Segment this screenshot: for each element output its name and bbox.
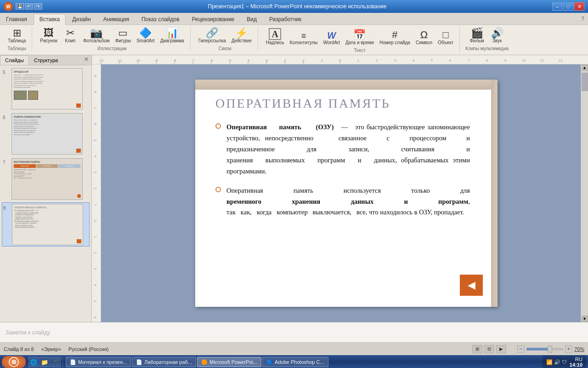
quick-undo-btn[interactable]: ↶ [25, 3, 33, 10]
btn-slidenum[interactable]: # Номер слайда [377, 29, 413, 46]
group-illustrations-label: Иллюстрации [97, 46, 127, 51]
group-links: 🔗 Гиперссылка ⚡ Действие Связи [194, 27, 258, 51]
zoom-level[interactable]: 70% [574, 346, 584, 352]
taskbar-item-lab-label: Лабораторная раб... [144, 359, 192, 365]
slide-num-7: 7 [3, 160, 10, 165]
tray-sound-icon[interactable]: 🔊 [554, 359, 560, 365]
svg-text:3: 3 [93, 268, 97, 270]
tray-network-icon[interactable]: 📶 [546, 359, 553, 365]
notes-placeholder: Заметки к слайду [6, 329, 50, 336]
svg-text:1: 1 [357, 58, 360, 63]
start-button[interactable]: ⊞ [2, 356, 26, 368]
tab-design[interactable]: Дизайн [66, 14, 96, 24]
minimize-button[interactable]: – [552, 2, 562, 11]
btn-action[interactable]: ⚡ Действие [229, 27, 254, 45]
btn-table[interactable]: ⊞ Таблица [6, 27, 28, 45]
svg-text:2: 2 [93, 252, 97, 254]
btn-hyperlink[interactable]: 🔗 Гиперссылка [196, 27, 228, 45]
slide-thumb-8[interactable]: 8 ОПЕРАТИВНАЯ ПАМЯТЬ Оперативная память … [2, 202, 90, 247]
slide-thumb-6[interactable]: 6 ПАМЯТЬ КОМПЬЮТЕРА Память компьютера — … [2, 112, 90, 155]
btn-clip[interactable]: ✂ Клип [61, 27, 80, 45]
v-ruler: 9 8 7 6 5 4 3 2 1 0 1 2 3 4 5 [92, 64, 101, 322]
btn-movie[interactable]: 🎬 Фильм [467, 27, 486, 45]
movie-icon: 🎬 [471, 28, 483, 38]
tray-security-icon[interactable]: 🛡 [562, 359, 567, 365]
slide-preview-8: ОПЕРАТИВНАЯ ПАМЯТЬ Оперативная память (О… [12, 204, 83, 245]
close-button[interactable]: ✕ [574, 2, 584, 11]
zoom-thumb[interactable] [548, 346, 552, 352]
slide-nav-prev-button[interactable]: ◀ [460, 275, 483, 296]
tab-insert[interactable]: Вставка [34, 14, 66, 25]
slide-panel: Слайды Структура ✕ 5 ПРОЦЕССОР Процессор… [0, 55, 92, 322]
tab-home[interactable]: Главная [0, 14, 33, 24]
tray-icons: 📶 🔊 🛡 [546, 359, 567, 365]
svg-text:8: 8 [486, 58, 488, 63]
bullet-text-2: Оперативная память используется только д… [226, 185, 470, 218]
view-normal-btn[interactable]: ⊞ [472, 345, 482, 353]
tab-slideshow[interactable]: Показ слайдов [136, 14, 186, 24]
btn-photoalbum-label: Фотоальбом [83, 38, 110, 43]
notes-area[interactable]: Заметки к слайду [0, 322, 588, 342]
slide-panel-close[interactable]: ✕ [81, 55, 91, 65]
slide-thumb-5[interactable]: 5 ПРОЦЕССОР Процессор — это главный рабо… [2, 67, 90, 110]
ribbon-content: ⊞ Таблица Таблицы 🖼 Рисунок ✂ Клип 📷 Ф [0, 25, 588, 55]
btn-chart[interactable]: 📊 Диаграмма [158, 27, 187, 45]
view-slideshow-btn[interactable]: ▶ [496, 345, 506, 353]
tab-review[interactable]: Рецензирование [186, 14, 241, 24]
btn-action-label: Действие [232, 38, 252, 43]
tab-slides[interactable]: Слайды [0, 55, 29, 65]
taskbar-item-powerpoint[interactable]: 🟠 Microsoft PowerPoi... [197, 357, 261, 367]
quick-save-btn[interactable]: 💾 [16, 3, 24, 10]
slide-canvas-area[interactable]: Оперативная память Оперативная память (О… [101, 64, 581, 322]
v-scrollbar[interactable]: ▲ ▼ [581, 64, 588, 322]
svg-text:9: 9 [504, 58, 507, 63]
header-icon: ≡ [301, 32, 306, 40]
current-slide[interactable]: Оперативная память Оперативная память (О… [195, 80, 498, 307]
scroll-down-btn[interactable]: ▼ [582, 316, 588, 322]
btn-photoalbum[interactable]: 📷 Фотоальбом [81, 27, 112, 45]
slide-num-6: 6 [3, 115, 10, 120]
svg-text:2: 2 [376, 58, 378, 63]
quicklaunch-ie[interactable]: 🌐 [28, 357, 39, 367]
tab-view[interactable]: Вид [241, 14, 263, 24]
btn-datetime[interactable]: 📅 Дата и время [343, 29, 376, 46]
slides-list: 5 ПРОЦЕССОР Процессор — это главный рабо… [0, 65, 91, 322]
workspace: ·12 ·11 ·10 ·9 ·8 ·7 ·6 ·5 ·4 ·3 ·2 ·1 ·… [92, 55, 588, 322]
tray-clock[interactable]: RU 14:10 [570, 356, 582, 368]
svg-text:4: 4 [93, 284, 97, 286]
quick-redo-btn[interactable]: ↷ [34, 3, 42, 10]
tab-structure[interactable]: Структура [29, 55, 63, 65]
tab-animation[interactable]: Анимация [97, 14, 135, 24]
btn-picture[interactable]: 🖼 Рисунок [38, 27, 60, 45]
btn-wordart[interactable]: W WordArt [321, 29, 342, 46]
btn-shapes[interactable]: ▭ Фигуры [113, 27, 133, 45]
btn-smartart[interactable]: 🔷 SmartArt [134, 27, 157, 45]
btn-textbox-label: Надпись [266, 40, 284, 45]
btn-header[interactable]: ≡ Колонтитулы [288, 30, 320, 46]
taskbar-item-material[interactable]: 📄 Материал к презен... [66, 357, 131, 367]
ribbon-help[interactable]: ? [577, 14, 588, 24]
zoom-out-btn[interactable]: − [517, 345, 525, 353]
slide-num-5: 5 [3, 70, 10, 75]
zoom-slider[interactable] [526, 348, 563, 351]
slide-thumb-7[interactable]: 7 ВНУТРЕННЯЯ ПАМЯТЬ Оперативная Постоянн… [2, 157, 90, 201]
scroll-thumb[interactable] [582, 73, 588, 91]
taskbar-item-material-label: Материал к презен... [78, 359, 127, 365]
scroll-up-btn[interactable]: ▲ [582, 64, 588, 71]
maximize-button[interactable]: □ [563, 2, 573, 11]
tab-developer[interactable]: Разработчик [263, 14, 307, 24]
zoom-in-btn[interactable]: + [565, 345, 572, 353]
view-sort-btn[interactable]: ⊟ [484, 345, 494, 353]
taskbar-item-photoshop[interactable]: 🔵 Adobe Photoshop C... [262, 357, 328, 367]
taskbar-item-lab[interactable]: 📄 Лабораторная раб... [132, 357, 196, 367]
btn-sound[interactable]: 🔊 Звук [487, 27, 507, 45]
quicklaunch-folder[interactable]: 📁 [40, 357, 50, 367]
view-controls: ⊞ ⊟ ▶ − + 70% [472, 345, 584, 353]
btn-symbol[interactable]: Ω Символ [413, 29, 435, 46]
bullet-item-2: Оперативная память используется только д… [215, 185, 481, 218]
picture-icon: 🖼 [44, 28, 54, 38]
tray-lang: RU [575, 356, 582, 362]
btn-object[interactable]: □ Объект [435, 29, 456, 46]
btn-textbox[interactable]: A Надпись [264, 27, 287, 46]
quicklaunch-media[interactable]: 🎵 [51, 357, 61, 367]
